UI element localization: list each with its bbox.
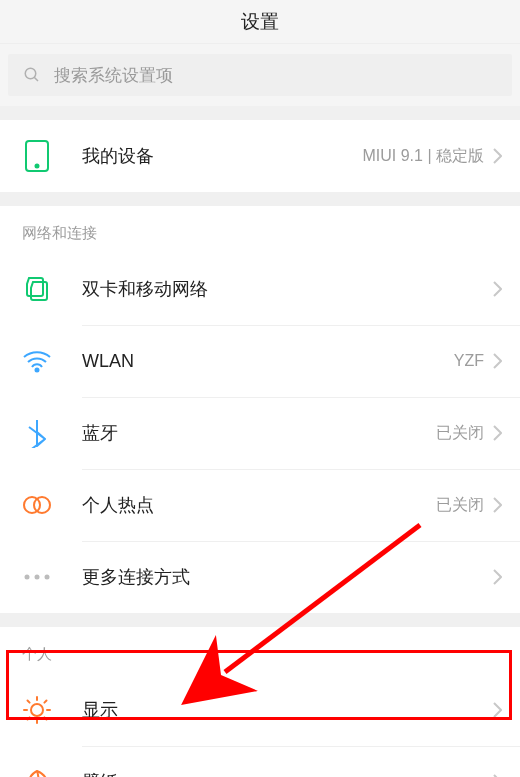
svg-point-3: [36, 165, 39, 168]
row-wallpaper[interactable]: 壁纸: [0, 746, 520, 777]
row-label: 蓝牙: [82, 421, 436, 445]
row-label: 显示: [82, 698, 484, 722]
row-sim[interactable]: 双卡和移动网络: [0, 253, 520, 325]
chevron-right-icon: [492, 702, 502, 718]
chevron-right-icon: [492, 148, 502, 164]
row-value: MIUI 9.1 | 稳定版: [362, 146, 484, 167]
svg-point-0: [25, 68, 36, 79]
row-value: YZF: [454, 352, 484, 370]
svg-line-17: [28, 717, 30, 719]
section-gap: [0, 613, 520, 627]
page-header: 设置: [0, 0, 520, 44]
svg-line-1: [34, 77, 38, 81]
section-network: 网络和连接 双卡和移动网络 WLAN YZF 蓝牙 已关闭 个人热点 已关闭: [0, 206, 520, 613]
wifi-icon: [18, 342, 56, 380]
section-header-network: 网络和连接: [0, 206, 520, 253]
row-my-device[interactable]: 我的设备 MIUI 9.1 | 稳定版: [0, 120, 520, 192]
chevron-right-icon: [492, 425, 502, 441]
section-personal: 个人 显示 壁纸: [0, 627, 520, 777]
row-label: 个人热点: [82, 493, 436, 517]
svg-point-7: [25, 575, 30, 580]
row-wlan[interactable]: WLAN YZF: [0, 325, 520, 397]
bluetooth-icon: [18, 414, 56, 452]
row-more-connections[interactable]: 更多连接方式: [0, 541, 520, 613]
hotspot-icon: [18, 486, 56, 524]
svg-point-8: [35, 575, 40, 580]
svg-line-16: [44, 717, 46, 719]
section-gap: [0, 192, 520, 206]
row-label: 双卡和移动网络: [82, 277, 484, 301]
row-bluetooth[interactable]: 蓝牙 已关闭: [0, 397, 520, 469]
svg-line-15: [28, 701, 30, 703]
page-title: 设置: [241, 9, 279, 35]
chevron-right-icon: [492, 569, 502, 585]
sim-card-icon: [18, 270, 56, 308]
search-icon: [22, 65, 42, 85]
row-display[interactable]: 显示: [0, 674, 520, 746]
chevron-right-icon: [492, 281, 502, 297]
row-value: 已关闭: [436, 423, 484, 444]
row-hotspot[interactable]: 个人热点 已关闭: [0, 469, 520, 541]
row-value: 已关闭: [436, 495, 484, 516]
brightness-icon: [18, 691, 56, 729]
svg-line-18: [44, 701, 46, 703]
row-label: 我的设备: [82, 144, 362, 168]
chevron-right-icon: [492, 353, 502, 369]
svg-point-9: [45, 575, 50, 580]
section-gap: [0, 106, 520, 120]
wallpaper-icon: [18, 763, 56, 777]
svg-point-10: [31, 704, 43, 716]
svg-point-6: [34, 497, 50, 513]
svg-point-4: [36, 369, 39, 372]
search-wrap: 搜索系统设置项: [0, 44, 520, 106]
search-placeholder: 搜索系统设置项: [54, 64, 173, 87]
search-input[interactable]: 搜索系统设置项: [8, 54, 512, 96]
section-header-personal: 个人: [0, 627, 520, 674]
more-icon: [18, 558, 56, 596]
row-label: 更多连接方式: [82, 565, 484, 589]
row-label: 壁纸: [82, 770, 484, 777]
phone-icon: [18, 137, 56, 175]
chevron-right-icon: [492, 497, 502, 513]
row-label: WLAN: [82, 351, 454, 372]
section-device: 我的设备 MIUI 9.1 | 稳定版: [0, 120, 520, 192]
